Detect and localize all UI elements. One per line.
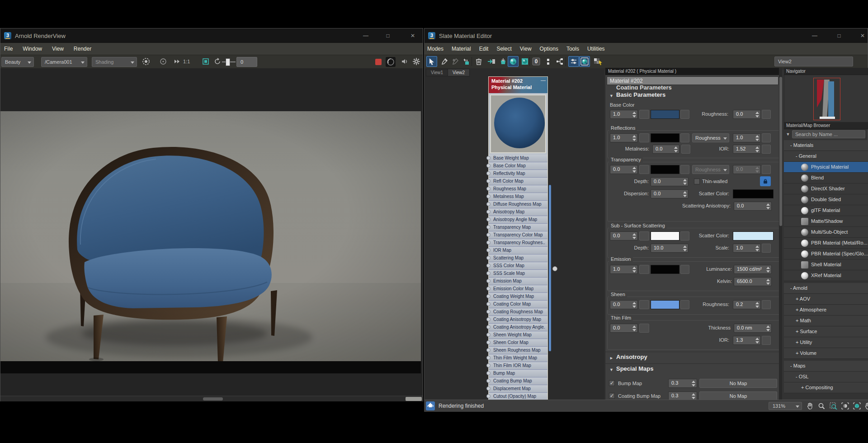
camera-dropdown[interactable]: /Camera001: [41, 57, 87, 67]
map-slot[interactable]: Emission Map: [489, 278, 547, 285]
show-shaded-material-in-viewport-icon[interactable]: [508, 56, 519, 67]
browser-group[interactable]: - Arnold: [784, 283, 868, 294]
hide-unused-nodeslots-icon[interactable]: [568, 56, 579, 67]
slate-titlebar[interactable]: 3 Slate Material Editor — □ ✕: [425, 28, 868, 43]
bump-map-slot-button[interactable]: No Map: [699, 379, 777, 388]
slot-socket-icon[interactable]: [486, 302, 491, 306]
base-color-map-button[interactable]: [680, 110, 689, 119]
active-view-dropdown[interactable]: View2: [774, 57, 853, 66]
stop-render-icon[interactable]: [375, 59, 382, 65]
menu-utilities[interactable]: Utilities: [583, 46, 609, 52]
menu-select[interactable]: Select: [492, 46, 515, 52]
parampanel-vscrollbar[interactable]: [779, 68, 782, 401]
search-input[interactable]: Search by Name ...: [792, 130, 865, 138]
sheen-roughness-map-button[interactable]: [762, 300, 771, 309]
maximize-button[interactable]: □: [383, 31, 393, 40]
refresh-icon[interactable]: [212, 56, 223, 67]
close-button[interactable]: ✕: [408, 31, 418, 40]
slot-socket-icon[interactable]: [486, 317, 491, 321]
bump-amount-spinner[interactable]: 0.3: [668, 379, 697, 388]
slot-socket-icon[interactable]: [486, 264, 491, 268]
assign-material-to-selection-icon[interactable]: [486, 56, 497, 67]
transparency-roughness-spinner[interactable]: 0.0: [733, 165, 761, 174]
zoom-extents-selected-icon[interactable]: [852, 401, 862, 410]
reflection-weight-spinner[interactable]: 1.0: [610, 133, 638, 142]
spinner-arrows-icon[interactable]: [766, 279, 770, 285]
parameter-tab-header[interactable]: Material #202 ( Physical Material ): [605, 68, 782, 75]
browser-item[interactable]: glTF Material: [784, 205, 868, 216]
zoom-ratio-label[interactable]: 1:1: [183, 59, 190, 64]
spinner-arrows-icon[interactable]: [766, 325, 770, 331]
reflection-roughness-mode-dropdown[interactable]: Roughness: [692, 133, 729, 142]
slot-socket-icon[interactable]: [486, 179, 491, 183]
spinner-arrows-icon[interactable]: [755, 146, 759, 152]
start-render-icon[interactable]: [141, 56, 151, 67]
slot-socket-icon[interactable]: [486, 248, 491, 252]
browser-group[interactable]: + AOV: [784, 294, 868, 305]
rollout-basic-parameters[interactable]: Basic Parameters: [616, 91, 665, 98]
spinner-arrows-icon[interactable]: [683, 179, 687, 185]
map-slot[interactable]: Anisotropy Angle Map: [489, 216, 547, 224]
sheen-weight-map-button[interactable]: [639, 300, 649, 309]
thin-film-ior-map-button[interactable]: [762, 336, 771, 345]
sheen-color-map-button[interactable]: [680, 300, 689, 309]
sss-scale-map-button[interactable]: [762, 244, 771, 253]
sss-depth-spinner[interactable]: 10.0: [651, 244, 689, 253]
slot-socket-icon[interactable]: [486, 164, 491, 168]
map-slot[interactable]: Sheen Roughness Map: [489, 347, 547, 354]
menu-modes[interactable]: Modes: [425, 46, 448, 52]
tab-view1[interactable]: View1: [426, 69, 448, 76]
spinner-arrows-icon[interactable]: [692, 381, 695, 386]
browser-item[interactable]: PBR Material (Metal/Ro...: [784, 238, 868, 249]
menu-file[interactable]: File: [0, 46, 18, 52]
map-slot[interactable]: IOR Map: [489, 247, 547, 254]
map-slot[interactable]: Coating Anisotropy Map: [489, 316, 547, 324]
slot-socket-icon[interactable]: [486, 240, 491, 245]
rollout-expand-icon[interactable]: ▼: [609, 368, 613, 372]
browser-item[interactable]: Multi/Sub-Object: [784, 227, 868, 238]
metalness-spinner[interactable]: 0.0: [652, 145, 679, 154]
map-slot[interactable]: Thin Film IOR Map: [489, 362, 547, 370]
material-node[interactable]: Material #202 Physical Material — Base W…: [488, 76, 548, 401]
menu-render[interactable]: Render: [69, 46, 96, 52]
spinner-arrows-icon[interactable]: [632, 135, 636, 141]
thin-walled-checkbox[interactable]: [694, 179, 700, 184]
notification-sound-icon[interactable]: [399, 56, 410, 67]
transparency-roughness-map-button[interactable]: [762, 165, 771, 174]
view-zoom-dropdown[interactable]: 131%: [769, 402, 802, 410]
put-material-to-library-icon[interactable]: [498, 56, 509, 67]
map-slot[interactable]: Coating Weight Map: [489, 293, 547, 301]
lock-icon[interactable]: [760, 176, 771, 186]
ior-spinner[interactable]: 1.52: [733, 145, 761, 154]
map-slot[interactable]: Emission Color Map: [489, 285, 547, 293]
menu-tools[interactable]: Tools: [562, 46, 583, 52]
thin-film-weight-map-button[interactable]: [639, 324, 649, 333]
ior-map-button[interactable]: [762, 145, 771, 154]
slot-socket-icon[interactable]: [486, 187, 491, 191]
node-minimize-icon[interactable]: —: [541, 77, 546, 83]
browser-group[interactable]: + Surface: [784, 326, 868, 337]
map-slot[interactable]: Anisotropy Map: [489, 208, 547, 216]
map-slot[interactable]: Thin Film Weight Map: [489, 354, 547, 362]
spinner-arrows-icon[interactable]: [755, 112, 759, 118]
slot-socket-icon[interactable]: [486, 194, 491, 198]
pan-hand-icon[interactable]: [805, 401, 815, 410]
map-slot[interactable]: Base Weight Map: [489, 155, 547, 162]
render-canvas[interactable]: [0, 68, 423, 396]
map-slot[interactable]: Transparency Map: [489, 224, 547, 231]
delete-selected-icon[interactable]: [473, 56, 484, 67]
menu-edit[interactable]: Edit: [475, 46, 493, 52]
map-slot[interactable]: Transparency Roughnes...: [489, 239, 547, 247]
browser-group[interactable]: + Atmosphere: [784, 305, 868, 316]
slot-socket-icon[interactable]: [486, 394, 491, 398]
reflection-color-swatch[interactable]: [651, 133, 679, 142]
roughness-map-button[interactable]: [762, 133, 771, 142]
exposure-value-field[interactable]: 0: [236, 57, 257, 67]
menu-window[interactable]: Window: [18, 46, 47, 52]
map-slot[interactable]: Reflectivity Map: [489, 170, 547, 178]
scrollbar-corner-grip[interactable]: [406, 397, 422, 401]
map-slot[interactable]: Roughness Map: [489, 185, 547, 193]
slot-socket-icon[interactable]: [486, 340, 491, 344]
spinner-arrows-icon[interactable]: [683, 245, 687, 251]
slot-socket-icon[interactable]: [486, 225, 491, 229]
